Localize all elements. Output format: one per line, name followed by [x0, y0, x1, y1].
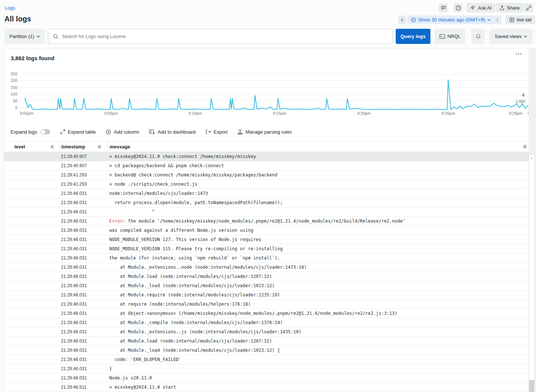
table-row[interactable]: 21:29:46.031was compiled against a diffe… [4, 226, 529, 235]
cell-message: the module (for instance, using `npm reb… [108, 255, 529, 261]
latest-value-unit: Logs [516, 99, 525, 104]
cell-message: at Object.<anonymous> (/home/misskey/mis… [108, 311, 529, 316]
cell-timestamp: 21:29:46.031 [59, 219, 108, 224]
logs-series-line [25, 80, 529, 110]
link-icon [526, 5, 532, 11]
cell-timestamp: 21:29:46.031 [59, 375, 108, 381]
partition-label: Partition (1) [9, 34, 34, 39]
live-tail-button[interactable]: live tail [505, 16, 535, 24]
table-row[interactable]: 21:29:46.511> misskey@2024.11.0 start [4, 383, 529, 392]
table-row[interactable]: 21:29:46.031NODE_MODULE_VERSION 115. Ple… [4, 244, 529, 254]
notifications-button[interactable] [471, 29, 485, 44]
add-column-button[interactable]: Add column [106, 129, 139, 135]
table-row[interactable]: 21:29:41.293> node ./scripts/check_conne… [4, 180, 529, 189]
table-row[interactable]: 21:29:46.031 ^ [4, 207, 529, 217]
x-axis-tick: 9:15pm [273, 111, 286, 116]
table-row[interactable]: 21:29:40.907> cd packages/backend && pnp… [4, 161, 529, 171]
table-row[interactable]: 21:29:46.031} [4, 364, 529, 374]
cell-timestamp: 21:29:46.031 [59, 338, 108, 344]
table-row[interactable]: 21:29:46.031node:internal/modules/cjs/lo… [4, 189, 529, 198]
copy-link-button[interactable] [524, 3, 533, 12]
column-header-level[interactable]: level [4, 141, 59, 152]
parsing-rules-icon [237, 129, 243, 135]
breadcrumb[interactable]: Logs [5, 5, 15, 11]
expand-logs-control: Expand logs [11, 129, 50, 135]
remove-level-column-button[interactable] [50, 145, 54, 149]
column-header-timestamp[interactable]: timestamp [59, 141, 108, 152]
table-row[interactable]: 21:29:46.031 at Object.<anonymous> (/hom… [4, 309, 529, 318]
cell-timestamp: 21:29:46.031 [59, 265, 108, 270]
table-row[interactable]: 21:29:46.031 at Module._load (node:inter… [4, 346, 529, 355]
table-row[interactable]: 21:29:46.031NODE_MODULE_VERSION 127. Thi… [4, 235, 529, 244]
table-row[interactable]: 21:29:46.031 at Module._extensions..js (… [4, 327, 529, 337]
cell-timestamp: 21:29:46.031 [59, 311, 108, 316]
cell-timestamp: 21:29:46.031 [59, 274, 108, 279]
cell-message: at Module.require (node:internal/modules… [108, 292, 529, 298]
time-prev-button[interactable] [398, 16, 406, 24]
table-row[interactable]: 21:29:46.031 at Module.load (node:intern… [4, 337, 529, 346]
expand-table-button[interactable]: Expand table [60, 129, 96, 135]
cell-timestamp: 21:29:46.031 [59, 191, 108, 196]
help-button[interactable]: ? [454, 3, 463, 12]
table-row[interactable]: 21:29:46.031the module (for instance, us… [4, 254, 529, 263]
query-logs-button[interactable]: Query logs [396, 29, 430, 44]
vertical-scrollbar[interactable]: ▲ [529, 155, 534, 392]
query-logs-label: Query logs [401, 34, 426, 39]
chevron-right-icon [496, 18, 499, 22]
y-axis-tick: 200 [11, 78, 17, 83]
cell-timestamp: 21:29:41.293 [59, 172, 108, 178]
time-range-picker[interactable]: Since 30 minutes ago (GMT+9) [407, 16, 494, 24]
dashboard-icon [149, 129, 155, 135]
table-row[interactable]: 21:29:46.031 at Module.require (node:int… [4, 290, 529, 300]
plus-circle-icon [106, 129, 111, 135]
timestamp-column-label: timestamp [61, 144, 85, 149]
cell-message: at require (node:internal/modules/helper… [108, 302, 529, 307]
log-rows-list: 21:29:40.907> misskey@2024.11.0 check:co… [4, 152, 529, 392]
scrollbar-thumb[interactable] [529, 380, 534, 392]
table-row[interactable]: 21:29:41.293> backend@ check:connect /ho… [4, 171, 529, 180]
expand-logs-toggle[interactable] [41, 129, 50, 134]
column-header-message[interactable]: message [108, 141, 529, 152]
message-column-label: message [110, 144, 130, 149]
ask-ai-button[interactable]: Ask AI [467, 3, 495, 13]
export-button[interactable]: Export [206, 129, 228, 135]
manage-parsing-rules-label: Manage parsing rules [245, 129, 292, 135]
table-row[interactable]: 21:29:40.907> misskey@2024.11.0 check:co… [4, 152, 529, 161]
scroll-up-arrow[interactable]: ▲ [529, 156, 534, 159]
table-row[interactable]: 21:29:46.031 at Module.load (node:intern… [4, 272, 529, 281]
partition-dropdown[interactable]: Partition (1) [4, 29, 45, 44]
manage-parsing-rules-button[interactable]: Manage parsing rules [237, 129, 292, 135]
cell-timestamp: 21:29:41.293 [59, 182, 108, 187]
table-row[interactable]: 21:29:46.031 at require (node:internal/m… [4, 300, 529, 309]
table-row[interactable]: 21:29:46.031 at Module._load (node:inter… [4, 281, 529, 290]
cell-message: at Module.load (node:internal/modules/cj… [108, 338, 529, 344]
remove-message-column-button[interactable] [523, 144, 527, 149]
ellipsis-icon [515, 53, 522, 55]
more-menu-button[interactable] [515, 53, 522, 55]
time-next-button[interactable] [494, 16, 501, 24]
saved-views-dropdown[interactable]: Saved views [489, 29, 533, 44]
cell-timestamp: 21:29:46.031 [59, 228, 108, 233]
latest-value: 4 [522, 92, 525, 98]
cell-message: > backend@ check:connect /home/misskey/m… [108, 172, 529, 178]
feedback-button[interactable] [439, 3, 448, 12]
cell-message: > misskey@2024.11.0 check:connect /home/… [108, 154, 529, 159]
add-to-dashboard-button[interactable]: Add to dashboard [149, 129, 196, 135]
search-input[interactable] [62, 34, 388, 39]
chevron-down-icon [524, 35, 527, 38]
table-row[interactable]: 21:29:46.031 code: 'ERR_DLOPEN_FAILED' [4, 355, 529, 364]
table-row[interactable]: 21:29:46.031 at Module._extensions..node… [4, 263, 529, 272]
cell-timestamp: 21:29:46.031 [59, 200, 108, 205]
table-row[interactable]: 21:29:46.031Node.js v20.11.0 [4, 374, 529, 383]
remove-timestamp-column-button[interactable] [97, 145, 102, 149]
table-row[interactable]: 21:29:46.031Error: The module '/home/mis… [4, 217, 529, 226]
share-icon [499, 5, 505, 11]
table-row[interactable]: 21:29:46.031 at Module._compile (node:in… [4, 318, 529, 327]
nrql-button[interactable]: NRQL [434, 29, 465, 44]
close-icon [523, 144, 527, 149]
table-row[interactable]: 21:29:46.031 return process.dlopen(modul… [4, 198, 529, 207]
logs-timeseries-chart[interactable]: 0501001502002509:00pm9:05pm9:10pm9:15pm9… [4, 69, 529, 120]
search-box[interactable] [48, 29, 393, 44]
share-button[interactable]: Share [496, 3, 523, 13]
cell-timestamp: 21:29:40.907 [59, 154, 108, 159]
